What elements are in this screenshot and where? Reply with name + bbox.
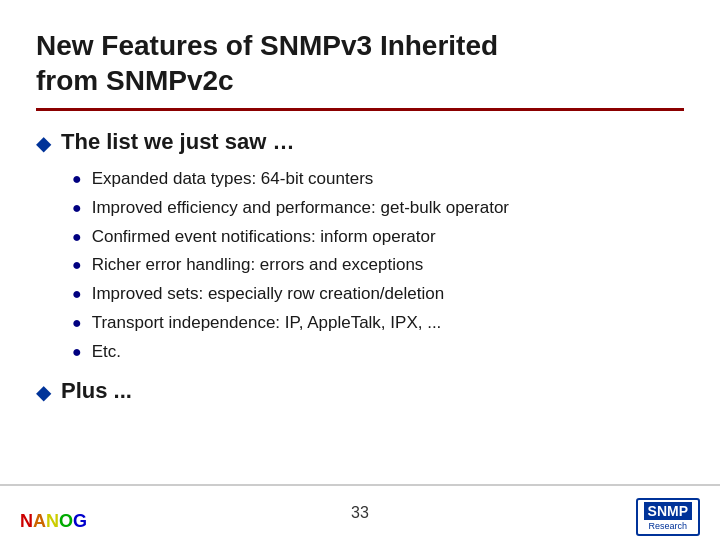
research-label: Research [649,520,688,532]
bullet-2-label: Plus ... [61,378,132,404]
bullet-1-label: The list we just saw … [61,129,295,155]
sub-bullet-text-1: Improved efficiency and performance: get… [92,196,509,220]
sub-bullet-text-3: Richer error handling: errors and except… [92,253,424,277]
footer-right: SNMP Research [636,498,700,536]
nanog-logo: N A N O G [20,511,87,532]
main-bullet-2: ◆ Plus ... [36,378,684,404]
snmp-label: SNMP [644,502,692,520]
title-line1: New Features of SNMPv3 Inherited [36,30,498,61]
nanog-o: O [59,511,73,532]
sub-bullet-text-5: Transport independence: IP, AppleTalk, I… [92,311,442,335]
nanog-n2: N [46,511,59,532]
footer-left: N A N O G [20,511,87,532]
nanog-g: G [73,511,87,532]
circle-bullet-icon: ● [72,256,82,274]
sub-bullet-text-6: Etc. [92,340,121,364]
sub-bullet-item: ● Improved sets: especially row creation… [72,282,684,306]
slide-footer: N A N O G 33 SNMP Research [0,484,720,540]
slide-title: New Features of SNMPv3 Inherited from SN… [36,28,684,98]
circle-bullet-icon: ● [72,285,82,303]
title-divider [36,108,684,111]
sub-bullet-text-2: Confirmed event notifications: inform op… [92,225,436,249]
circle-bullet-icon: ● [72,199,82,217]
main-bullet-1: ◆ The list we just saw … [36,129,684,155]
nanog-n: N [20,511,33,532]
title-line2: from SNMPv2c [36,65,234,96]
sub-bullet-item: ● Transport independence: IP, AppleTalk,… [72,311,684,335]
sub-bullet-item: ● Etc. [72,340,684,364]
diamond-icon-2: ◆ [36,380,51,404]
slide: New Features of SNMPv3 Inherited from SN… [0,0,720,540]
circle-bullet-icon: ● [72,314,82,332]
circle-bullet-icon: ● [72,228,82,246]
sub-bullet-item: ● Expanded data types: 64-bit counters [72,167,684,191]
diamond-icon-1: ◆ [36,131,51,155]
sub-bullets-list: ● Expanded data types: 64-bit counters ●… [72,167,684,364]
circle-bullet-icon: ● [72,343,82,361]
main-content: New Features of SNMPv3 Inherited from SN… [0,0,720,484]
sub-bullet-item: ● Improved efficiency and performance: g… [72,196,684,220]
page-number: 33 [351,504,369,522]
sub-bullet-text-0: Expanded data types: 64-bit counters [92,167,374,191]
sub-bullet-item: ● Confirmed event notifications: inform … [72,225,684,249]
sub-bullet-text-4: Improved sets: especially row creation/d… [92,282,444,306]
nanog-a: A [33,511,46,532]
sub-bullet-item: ● Richer error handling: errors and exce… [72,253,684,277]
circle-bullet-icon: ● [72,170,82,188]
snmp-logo: SNMP Research [636,498,700,536]
